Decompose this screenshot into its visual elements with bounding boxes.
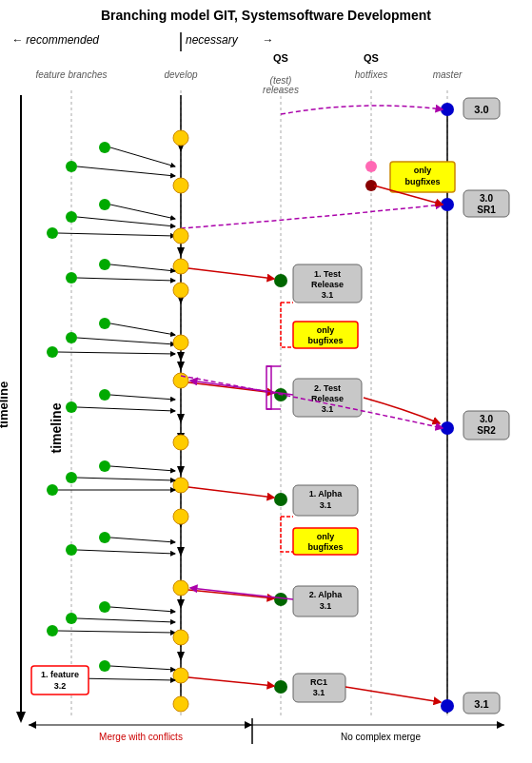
svg-line-97	[77, 278, 175, 281]
svg-text:SR1: SR1	[477, 205, 496, 215]
svg-marker-140	[177, 599, 185, 609]
svg-line-87	[77, 166, 175, 176]
svg-line-89	[110, 205, 175, 219]
svg-marker-141	[177, 637, 185, 647]
svg-text:3.1: 3.1	[474, 698, 488, 710]
svg-point-98	[99, 318, 110, 329]
svg-line-107	[77, 407, 175, 411]
svg-point-25	[365, 161, 377, 172]
svg-point-146	[173, 130, 188, 146]
svg-text:necessary: necessary	[186, 33, 239, 47]
svg-marker-133	[177, 352, 185, 362]
svg-line-80	[345, 687, 441, 702]
svg-line-125	[110, 666, 175, 670]
svg-line-70	[188, 590, 274, 598]
svg-text:only: only	[317, 532, 335, 541]
svg-line-103	[58, 352, 175, 354]
svg-line-117	[77, 550, 175, 554]
svg-line-95	[110, 264, 175, 271]
svg-point-46	[274, 388, 287, 401]
svg-text:Release: Release	[311, 280, 344, 289]
svg-text:3.1: 3.1	[322, 290, 334, 300]
svg-point-152	[173, 509, 188, 524]
svg-text:1. Alpha: 1. Alpha	[309, 489, 344, 499]
svg-text:→: →	[262, 33, 273, 47]
svg-point-149	[173, 283, 188, 298]
svg-point-114	[99, 532, 110, 543]
svg-text:3.0: 3.0	[480, 193, 493, 204]
svg-line-91	[77, 217, 175, 226]
svg-point-30	[441, 198, 454, 211]
svg-text:3.1: 3.1	[313, 688, 325, 697]
svg-line-111	[77, 478, 175, 480]
svg-text:bugfixes: bugfixes	[307, 542, 343, 552]
svg-line-127	[77, 678, 175, 680]
svg-point-74	[173, 668, 188, 683]
svg-point-112	[47, 484, 58, 496]
svg-text:No complex merge: No complex merge	[341, 732, 421, 742]
svg-marker-137	[177, 466, 185, 476]
svg-point-90	[66, 211, 77, 223]
svg-rect-56	[266, 366, 271, 409]
svg-text:SR2: SR2	[477, 425, 496, 436]
svg-point-36	[274, 274, 287, 287]
svg-point-22	[441, 103, 454, 116]
svg-text:3.2: 3.2	[54, 681, 67, 691]
svg-text:1. Test: 1. Test	[314, 269, 341, 279]
svg-rect-23	[463, 98, 500, 119]
svg-text:3.1: 3.1	[320, 500, 332, 510]
svg-rect-62	[293, 485, 358, 516]
svg-rect-143	[31, 666, 89, 695]
svg-text:hotfixes: hotfixes	[355, 69, 387, 80]
svg-point-154	[173, 696, 188, 712]
svg-marker-129	[177, 181, 185, 190]
svg-rect-65	[293, 528, 358, 555]
svg-rect-38	[293, 264, 362, 303]
page-title: Branching model GIT, Systemsoftware Deve…	[0, 8, 532, 23]
svg-text:develop: develop	[164, 69, 197, 80]
svg-line-105	[110, 395, 175, 400]
svg-text:2. Test: 2. Test	[314, 383, 341, 393]
svg-point-26	[365, 180, 377, 191]
svg-marker-20	[16, 712, 26, 723]
svg-point-60	[274, 493, 287, 506]
svg-line-85	[110, 147, 175, 166]
svg-line-109	[110, 466, 175, 471]
svg-text:QS: QS	[273, 52, 288, 64]
svg-rect-42	[293, 322, 358, 348]
svg-point-106	[66, 401, 77, 413]
svg-point-150	[173, 335, 188, 350]
svg-text:(test): (test)	[270, 75, 292, 86]
svg-text:only: only	[414, 166, 432, 175]
svg-line-37	[188, 268, 274, 279]
svg-text:bugfixes: bugfixes	[307, 336, 343, 345]
svg-text:timeline: timeline	[49, 402, 64, 453]
svg-point-153	[173, 630, 188, 645]
svg-line-101	[77, 338, 175, 344]
svg-line-123	[58, 631, 175, 633]
svg-marker-136	[177, 433, 185, 442]
svg-marker-142	[177, 652, 185, 661]
svg-marker-130	[177, 233, 185, 243]
svg-text:3.0: 3.0	[474, 104, 488, 115]
svg-marker-135	[177, 414, 185, 423]
svg-text:Release: Release	[311, 394, 344, 403]
svg-point-52	[441, 421, 454, 435]
svg-marker-138	[177, 518, 185, 528]
svg-point-96	[66, 272, 77, 284]
svg-rect-82	[463, 693, 500, 714]
svg-line-61	[188, 487, 274, 498]
svg-rect-53	[463, 411, 509, 440]
svg-line-93	[58, 233, 175, 236]
svg-text:master: master	[433, 69, 463, 80]
svg-point-45	[173, 373, 188, 388]
svg-point-102	[47, 346, 58, 358]
svg-line-121	[77, 618, 175, 622]
svg-text:timeline: timeline	[0, 382, 10, 428]
svg-point-124	[99, 660, 110, 672]
svg-rect-27	[390, 162, 455, 192]
svg-point-59	[173, 478, 188, 493]
svg-marker-131	[177, 247, 185, 257]
svg-marker-132	[177, 295, 185, 304]
svg-point-126	[66, 673, 77, 684]
